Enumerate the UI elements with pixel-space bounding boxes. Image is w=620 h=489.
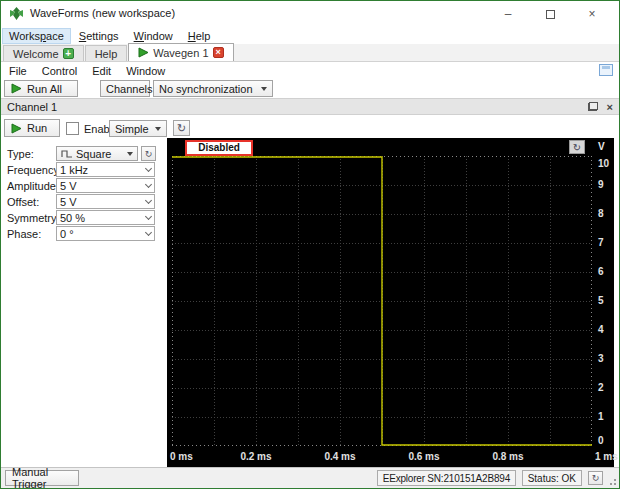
- wavegen-toolbar: Run All Channels No synchronization: [1, 79, 619, 98]
- status-text: Status: OK: [528, 473, 576, 484]
- x-tick-label: 0.6 ms: [408, 451, 439, 462]
- wavegen-menubar: File Control Edit Window: [1, 62, 619, 79]
- menu-window-2[interactable]: Window: [119, 63, 172, 79]
- menu-label: ettings: [86, 30, 118, 42]
- chevron-down-icon: [261, 87, 267, 91]
- offset-field[interactable]: 5 V: [56, 194, 155, 209]
- refresh-icon: ↻: [592, 473, 600, 483]
- tab-close-icon[interactable]: ×: [213, 47, 224, 58]
- type-dropdown[interactable]: Square: [56, 146, 138, 161]
- amplitude-field[interactable]: 5 V: [56, 178, 155, 193]
- waveform-plot[interactable]: Disabled ↻ V 1098765432100 ms0.2 ms0.4 m…: [167, 138, 614, 467]
- close-icon: ×: [588, 7, 595, 21]
- x-tick-label: 0.2 ms: [240, 451, 271, 462]
- close-panel-icon[interactable]: ×: [607, 102, 613, 112]
- x-tick-label: 0 ms: [170, 451, 193, 462]
- square-wave-icon: [61, 148, 73, 159]
- combo-chevron-icon: [145, 212, 152, 219]
- enable-checkbox[interactable]: [66, 122, 79, 135]
- menu-file[interactable]: File: [2, 63, 34, 79]
- amplitude-label: Amplitude:: [7, 180, 55, 192]
- refresh-icon: ↻: [177, 122, 186, 135]
- menu-label: ace: [46, 30, 64, 42]
- offset-value: 5 V: [60, 196, 77, 208]
- y-tick-label: 3: [598, 353, 604, 364]
- combo-chevron-icon: [145, 196, 152, 203]
- resize-grip[interactable]: [608, 477, 616, 485]
- channel-status-badge: Disabled: [185, 140, 253, 156]
- dock-window-icon[interactable]: [599, 64, 613, 76]
- frequency-value: 1 kHz: [60, 164, 88, 176]
- y-tick-label: 2: [598, 382, 604, 393]
- maximize-button[interactable]: [529, 1, 571, 27]
- manual-trigger-button[interactable]: Manual Trigger: [5, 470, 79, 486]
- x-tick-label: 1 ms: [595, 451, 618, 462]
- main-menubar: Workspace Settings Window Help: [1, 27, 619, 44]
- play-icon: [11, 123, 22, 134]
- symmetry-value: 50 %: [60, 212, 85, 224]
- offset-label: Offset:: [7, 196, 55, 208]
- float-panel-icon[interactable]: [588, 102, 598, 111]
- status-sync-button[interactable]: ↻: [588, 471, 603, 485]
- y-tick-label: 0: [598, 435, 604, 446]
- menu-help[interactable]: Help: [181, 28, 218, 44]
- connection-status[interactable]: Status: OK: [522, 470, 582, 486]
- run-all-label: Run All: [27, 83, 62, 95]
- run-all-button[interactable]: Run All: [4, 80, 78, 97]
- status-bar: Manual Trigger EExplorer SN:210151A2B894…: [1, 467, 619, 488]
- synchronization-dropdown[interactable]: No synchronization: [153, 80, 273, 97]
- phase-value: 0 °: [60, 228, 74, 240]
- type-sync-button[interactable]: ↻: [141, 146, 156, 161]
- add-instrument-icon[interactable]: +: [63, 48, 74, 59]
- x-tick-label: 0.8 ms: [492, 451, 523, 462]
- maximize-icon: [546, 10, 555, 19]
- y-tick-label: 7: [598, 237, 604, 248]
- manual-trigger-label: Manual Trigger: [12, 466, 72, 489]
- menu-label: indow: [144, 30, 173, 42]
- plot-grid-canvas[interactable]: [172, 156, 592, 446]
- y-tick-label: 4: [598, 324, 604, 335]
- channels-dropdown[interactable]: Channels: [100, 80, 150, 97]
- menu-settings[interactable]: Settings: [72, 28, 126, 44]
- device-status[interactable]: EExplorer SN:210151A2B894: [377, 470, 516, 486]
- y-tick-label: 6: [598, 266, 604, 277]
- menu-control[interactable]: Control: [35, 63, 84, 79]
- mode-label: Simple: [115, 123, 149, 135]
- menu-label: Works: [9, 30, 40, 42]
- title-bar: WaveForms (new workspace) – ×: [1, 1, 619, 27]
- tab-help[interactable]: Help: [85, 45, 128, 61]
- window-title: WaveForms (new workspace): [30, 7, 175, 19]
- menu-mnemonic: H: [188, 30, 196, 42]
- symmetry-field[interactable]: 50 %: [56, 210, 155, 225]
- tab-welcome[interactable]: Welcome +: [3, 45, 84, 61]
- y-tick-label: 9: [598, 179, 604, 190]
- channel-title: Channel 1: [7, 101, 588, 113]
- refresh-icon: ↻: [145, 149, 153, 159]
- menu-window[interactable]: Window: [127, 28, 180, 44]
- run-label: Run: [27, 122, 47, 134]
- chevron-down-icon: [127, 152, 133, 156]
- tab-label: Welcome: [13, 48, 59, 60]
- mode-dropdown[interactable]: Simple: [109, 120, 167, 137]
- menu-workspace[interactable]: Workspace: [2, 28, 71, 44]
- phase-field[interactable]: 0 °: [56, 226, 155, 241]
- menu-edit[interactable]: Edit: [85, 63, 118, 79]
- sync-label: No synchronization: [159, 83, 253, 95]
- device-serial: EExplorer SN:210151A2B894: [383, 473, 510, 484]
- tab-wavegen-1[interactable]: Wavegen 1 ×: [128, 43, 233, 61]
- frequency-field[interactable]: 1 kHz: [56, 162, 155, 177]
- minimize-button[interactable]: –: [487, 1, 529, 27]
- run-channel-button[interactable]: Run: [4, 119, 60, 137]
- combo-chevron-icon: [145, 228, 152, 235]
- mode-sync-button[interactable]: ↻: [173, 120, 190, 136]
- plot-settings-button[interactable]: ↻: [569, 140, 585, 154]
- amplitude-value: 5 V: [60, 180, 77, 192]
- menu-mnemonic: W: [134, 30, 144, 42]
- workspace-tabbar: Welcome + Help Wavegen 1 ×: [1, 44, 619, 62]
- y-tick-label: 5: [598, 295, 604, 306]
- tab-label: Wavegen 1: [153, 47, 208, 59]
- close-button[interactable]: ×: [571, 1, 613, 27]
- play-icon: [11, 83, 22, 94]
- y-axis-unit: V: [598, 141, 605, 152]
- waveforms-logo-icon: [9, 6, 24, 21]
